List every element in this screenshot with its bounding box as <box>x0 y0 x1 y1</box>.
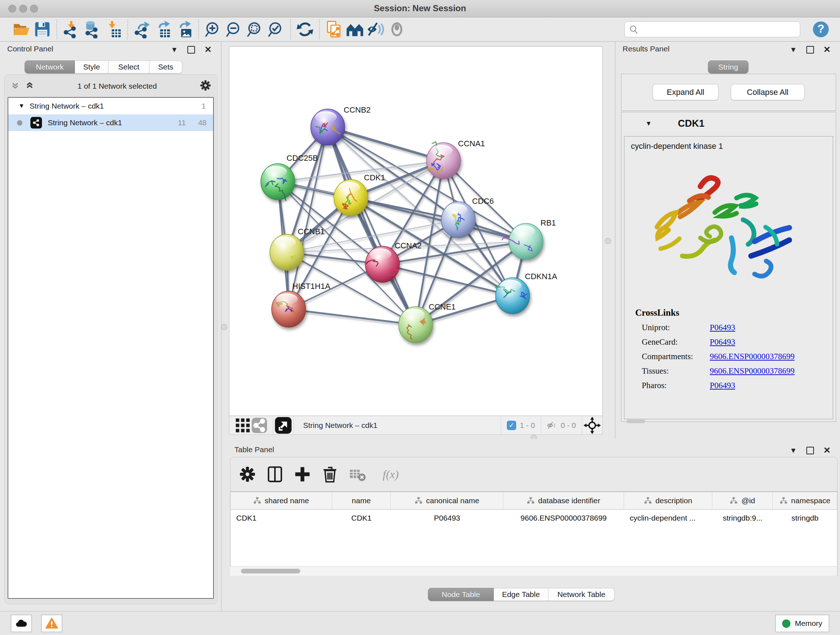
table-row[interactable]: CDK1 CDK1 P06493 9606.ENSP00000378699 cy… <box>231 510 837 526</box>
hide-selection-button[interactable] <box>365 19 386 40</box>
table-panel-menu-button[interactable]: ▼ <box>790 447 797 454</box>
network-edge-ccnb2-ccna1[interactable] <box>328 127 444 161</box>
tab-style[interactable]: Style <box>75 60 109 73</box>
tab-edge-table[interactable]: Edge Table <box>494 588 548 601</box>
tab-network-table[interactable]: Network Table <box>548 588 615 601</box>
network-collection-row[interactable]: ▼ String Network – cdk1 1 <box>8 98 213 114</box>
column-header-description[interactable]: description <box>624 492 713 509</box>
column-header-id[interactable]: @id <box>712 492 773 509</box>
cell-database-identifier[interactable]: 9606.ENSP00000378699 <box>503 510 624 526</box>
cell-name[interactable]: CDK1 <box>332 510 391 526</box>
collection-caret-icon[interactable]: ▼ <box>19 103 25 110</box>
zoom-selected-button[interactable] <box>265 19 286 40</box>
collapse-all-networks-icon[interactable] <box>10 80 21 93</box>
open-in-browser-button[interactable] <box>273 415 294 436</box>
zoom-fit-button[interactable] <box>245 19 265 40</box>
network-row[interactable]: String Network – cdk1 1148 <box>8 114 213 131</box>
control-panel-float-button[interactable] <box>187 46 195 54</box>
cell-shared-name[interactable]: CDK1 <box>231 510 332 526</box>
results-panel-close-button[interactable]: ✕ <box>823 45 831 54</box>
collapse-all-button[interactable]: Collapse All <box>731 84 805 100</box>
table-options-button[interactable] <box>237 464 258 485</box>
export-image-button[interactable] <box>174 19 195 40</box>
tab-string-results[interactable]: String <box>708 60 748 73</box>
zoom-out-icon <box>225 20 243 38</box>
network-node-CDK1[interactable]: CDK1 <box>334 173 385 216</box>
crosslink-genecard-link[interactable]: P06493 <box>710 337 735 347</box>
save-session-button[interactable] <box>32 19 53 40</box>
left-splitter-handle[interactable] <box>221 324 227 330</box>
column-header-canonical-name[interactable]: canonical name <box>391 492 503 509</box>
scrollbar-thumb[interactable] <box>241 569 300 573</box>
crosslink-pharos-link[interactable]: P06493 <box>710 381 735 390</box>
open-session-button[interactable] <box>11 19 32 40</box>
first-neighbors-button[interactable] <box>344 19 365 40</box>
import-network-file-button[interactable] <box>61 19 82 40</box>
right-splitter-handle[interactable] <box>605 238 611 244</box>
memory-button[interactable]: Memory <box>775 615 829 632</box>
control-panel-menu-button[interactable]: ▼ <box>171 46 178 53</box>
network-edge-hist1h1a-ccne1[interactable] <box>289 309 416 325</box>
cloud-status-button[interactable] <box>11 615 32 632</box>
network-from-selection-button[interactable] <box>324 19 344 40</box>
show-all-button[interactable] <box>386 19 407 40</box>
cell-description[interactable]: cyclin-dependent ... <box>624 510 713 526</box>
column-header-name[interactable]: name <box>332 492 391 509</box>
crosslink-tissues-link[interactable]: 9606.ENSP00000378699 <box>710 366 795 376</box>
column-header-namespace[interactable]: namespace <box>773 492 837 509</box>
network-node-CCNA1[interactable]: CCNA1 <box>426 139 485 179</box>
tab-node-table[interactable]: Node Table <box>428 588 494 601</box>
export-network-button[interactable] <box>132 19 153 40</box>
crosslink-uniprot-link[interactable]: P06493 <box>710 323 735 333</box>
results-panel-float-button[interactable] <box>806 46 814 54</box>
checkbox-icon[interactable]: ✓ <box>507 421 516 430</box>
network-panel-body: 1 of 1 Network selected ▼ String Network… <box>4 74 218 604</box>
import-table-button[interactable] <box>103 19 124 40</box>
network-options-gear-icon[interactable] <box>199 79 212 93</box>
network-node-CCNB1[interactable]: CCNB1 <box>270 227 325 271</box>
cell-canonical-name[interactable]: P06493 <box>391 510 503 526</box>
crosslink-label: Uniprot: <box>642 323 710 333</box>
column-header-database-identifier[interactable]: database identifier <box>503 492 624 509</box>
apply-layout-button[interactable] <box>294 19 316 40</box>
network-node-CDKN1A[interactable]: CDKN1A <box>496 272 557 314</box>
fit-content-button[interactable] <box>582 415 602 436</box>
delete-table-button[interactable] <box>347 464 368 485</box>
network-node-HIST1H1A[interactable]: HIST1H1A <box>272 282 330 327</box>
control-panel-close-button[interactable]: ✕ <box>204 45 212 54</box>
help-button[interactable]: ? <box>810 19 831 40</box>
toolbar-separator <box>294 416 294 434</box>
birds-eye-view-button[interactable] <box>234 415 251 436</box>
crosslink-compartments-link[interactable]: 9606.ENSP00000378699 <box>710 352 795 361</box>
table-header-row: shared name name canonical name database… <box>231 492 837 510</box>
search-input[interactable] <box>624 21 800 37</box>
expand-all-networks-icon[interactable] <box>24 80 35 93</box>
table-panel-close-button[interactable]: ✕ <box>823 446 831 455</box>
tab-select[interactable]: Select <box>109 60 149 73</box>
horizontal-scrollbar[interactable] <box>230 566 837 576</box>
network-canvas[interactable]: CCNB2CCNA1CDC25BCDK1CDC6RB1CCNB1CCNA2CDK… <box>229 46 603 416</box>
zoom-out-button[interactable] <box>224 19 245 40</box>
expand-all-button[interactable]: Expand All <box>653 84 718 100</box>
warnings-button[interactable] <box>41 615 62 632</box>
results-panel-menu-button[interactable]: ▼ <box>790 46 797 53</box>
delete-column-button[interactable] <box>319 464 340 485</box>
zoom-in-button[interactable] <box>202 19 224 40</box>
add-column-button[interactable] <box>292 464 313 485</box>
table-panel-float-button[interactable] <box>806 447 814 454</box>
export-table-button[interactable] <box>153 19 174 40</box>
node-label-CCNA2: CCNA2 <box>395 241 422 250</box>
string-style-button[interactable] <box>251 415 268 436</box>
show-columns-button[interactable] <box>264 464 286 485</box>
gene-caret-icon[interactable]: ▼ <box>645 120 652 127</box>
tab-sets[interactable]: Sets <box>149 60 182 73</box>
cell-namespace[interactable]: stringdb <box>773 510 837 526</box>
tab-network[interactable]: Network <box>25 60 75 73</box>
scrollbar-thumb[interactable] <box>627 420 645 423</box>
network-node-CCNB2[interactable]: CCNB2 <box>311 105 371 145</box>
column-header-shared-name[interactable]: shared name <box>231 492 332 509</box>
network-edge-ccnb2-ccne1[interactable] <box>328 127 416 325</box>
import-network-database-button[interactable] <box>82 19 103 40</box>
function-builder-button[interactable]: f(x) <box>374 464 407 485</box>
cell-id[interactable]: stringdb:9... <box>712 510 773 526</box>
